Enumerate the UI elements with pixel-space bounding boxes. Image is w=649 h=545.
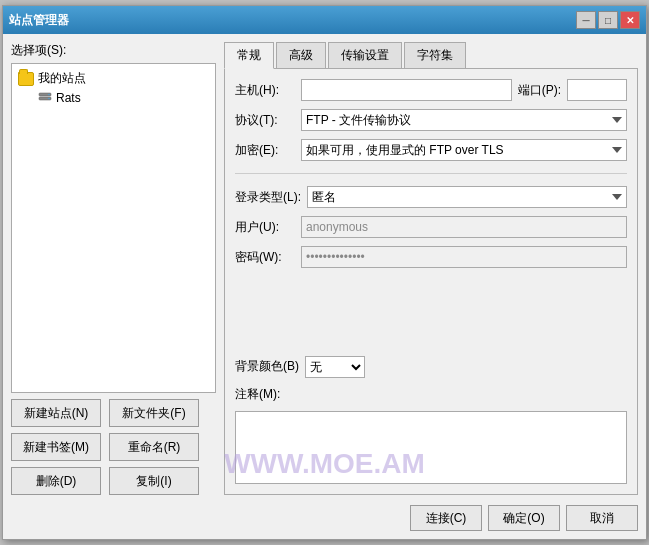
user-row: 用户(U):	[235, 216, 627, 238]
select-section-label: 选择项(S):	[11, 42, 216, 59]
window-title: 站点管理器	[9, 12, 69, 29]
cancel-button[interactable]: 取消	[566, 505, 638, 531]
password-label: 密码(W):	[235, 249, 295, 266]
tab-advanced[interactable]: 高级	[276, 42, 326, 68]
delete-button[interactable]: 删除(D)	[11, 467, 101, 495]
server-name: Rats	[56, 91, 81, 105]
notes-label: 注释(M):	[235, 386, 295, 403]
server-icon	[38, 91, 52, 105]
tab-bar: 常规 高级 传输设置 字符集	[224, 42, 638, 68]
tab-general[interactable]: 常规	[224, 42, 274, 69]
right-panel: 常规 高级 传输设置 字符集 主机(H): 端口(P):	[224, 42, 638, 495]
site-tree[interactable]: 我的站点	[11, 63, 216, 393]
new-folder-button[interactable]: 新文件夹(F)	[109, 399, 199, 427]
password-row: 密码(W):	[235, 246, 627, 268]
bg-color-select[interactable]: 无	[305, 356, 365, 378]
tree-server-item[interactable]: Rats	[36, 89, 211, 107]
button-row-1: 新建站点(N) 新文件夹(F)	[11, 399, 216, 427]
ok-button[interactable]: 确定(O)	[488, 505, 560, 531]
host-label: 主机(H):	[235, 82, 295, 99]
login-type-select[interactable]: 匿名	[307, 186, 627, 208]
tab-transfer[interactable]: 传输设置	[328, 42, 402, 68]
copy-button[interactable]: 复制(I)	[109, 467, 199, 495]
bg-color-label: 背景颜色(B)	[235, 358, 299, 375]
password-input[interactable]	[301, 246, 627, 268]
tab-content-general: 主机(H): 端口(P): 协议(T): FTP - 文件传输协议	[224, 68, 638, 495]
encryption-label: 加密(E):	[235, 142, 295, 159]
user-input[interactable]	[301, 216, 627, 238]
left-panel: 选择项(S): 我的站点	[11, 42, 216, 495]
login-type-label: 登录类型(L):	[235, 189, 301, 206]
button-row-2: 新建书签(M) 重命名(R)	[11, 433, 216, 461]
new-site-button[interactable]: 新建站点(N)	[11, 399, 101, 427]
title-bar-buttons: ─ □ ✕	[576, 11, 640, 29]
notes-label-row: 注释(M):	[235, 386, 627, 403]
login-type-row: 登录类型(L): 匿名	[235, 186, 627, 208]
encryption-select[interactable]: 如果可用，使用显式的 FTP over TLS	[301, 139, 627, 161]
user-label: 用户(U):	[235, 219, 295, 236]
protocol-row: 协议(T): FTP - 文件传输协议	[235, 109, 627, 131]
protocol-label: 协议(T):	[235, 112, 295, 129]
bg-color-row: 背景颜色(B) 无	[235, 356, 627, 378]
rename-button[interactable]: 重命名(R)	[109, 433, 199, 461]
button-row-3: 删除(D) 复制(I)	[11, 467, 216, 495]
close-button[interactable]: ✕	[620, 11, 640, 29]
notes-textarea[interactable]	[235, 411, 627, 485]
title-bar: 站点管理器 ─ □ ✕	[3, 6, 646, 34]
port-label: 端口(P):	[518, 82, 561, 99]
maximize-button[interactable]: □	[598, 11, 618, 29]
folder-icon	[18, 72, 34, 86]
host-port-row: 主机(H): 端口(P):	[235, 79, 627, 101]
window-body: 选择项(S): 我的站点	[3, 34, 646, 539]
protocol-select[interactable]: FTP - 文件传输协议	[301, 109, 627, 131]
divider-1	[235, 173, 627, 174]
tree-sub: Rats	[16, 89, 211, 107]
footer-buttons: 连接(C) 确定(O) 取消	[11, 501, 638, 531]
folder-name: 我的站点	[38, 70, 86, 87]
left-bottom-buttons: 新建站点(N) 新文件夹(F) 新建书签(M) 重命名(R) 删除(D) 复制(…	[11, 399, 216, 495]
main-content: 选择项(S): 我的站点	[11, 42, 638, 495]
new-bookmark-button[interactable]: 新建书签(M)	[11, 433, 101, 461]
tree-folder-item[interactable]: 我的站点	[16, 68, 211, 89]
site-manager-window: 站点管理器 ─ □ ✕ 选择项(S): 我的站点	[2, 5, 647, 540]
svg-point-3	[48, 98, 50, 100]
host-input[interactable]	[301, 79, 512, 101]
tab-charset[interactable]: 字符集	[404, 42, 466, 68]
connect-button[interactable]: 连接(C)	[410, 505, 482, 531]
encryption-row: 加密(E): 如果可用，使用显式的 FTP over TLS	[235, 139, 627, 161]
port-input[interactable]	[567, 79, 627, 101]
minimize-button[interactable]: ─	[576, 11, 596, 29]
svg-point-2	[48, 94, 50, 96]
